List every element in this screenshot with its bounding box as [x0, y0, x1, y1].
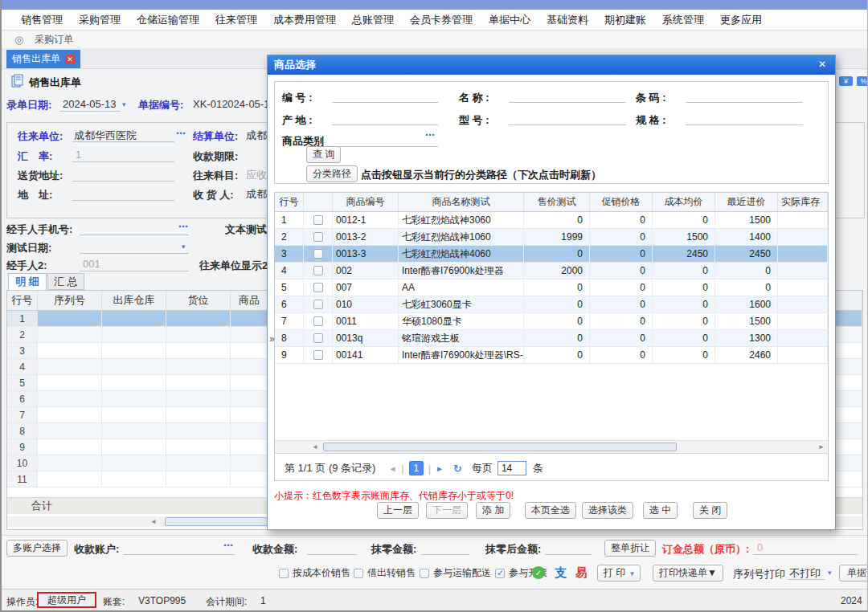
menu-item[interactable]: 更多应用: [712, 13, 770, 27]
scroll-right-icon[interactable]: ►: [818, 443, 825, 451]
handler-phone-lookup-icon[interactable]: ⋯: [178, 221, 189, 232]
level-down-button[interactable]: 下一层: [426, 502, 468, 519]
option-checkbox[interactable]: 按成本价销售: [279, 566, 350, 580]
product-row[interactable]: 1 0012-1 七彩虹烈焰战神3060 0 0 0 1500: [275, 212, 828, 229]
row-checkbox[interactable]: [313, 249, 323, 259]
option-checkbox[interactable]: 参与运输配送: [420, 566, 491, 580]
yi-pay-icon[interactable]: 易: [575, 565, 588, 581]
deposit-input[interactable]: [753, 541, 858, 555]
per-page-input[interactable]: 14: [497, 461, 526, 475]
coupon-yen-icon[interactable]: ¥: [839, 76, 853, 86]
model-input[interactable]: [509, 112, 626, 125]
select-button[interactable]: 选 中: [643, 502, 678, 519]
expander-icon[interactable]: »: [269, 333, 275, 345]
account-input[interactable]: [124, 541, 235, 555]
menu-item[interactable]: 会员卡券管理: [402, 13, 481, 27]
checkbox-icon[interactable]: [279, 569, 289, 578]
select-all-page-button[interactable]: 本页全选: [525, 502, 576, 519]
category-lookup-icon[interactable]: ⋯: [425, 129, 436, 141]
add-button[interactable]: 添 加: [476, 502, 510, 519]
row-checkbox[interactable]: [313, 215, 323, 225]
doc-adjust-button[interactable]: 单据调: [839, 565, 868, 581]
current-page[interactable]: 1: [409, 461, 424, 475]
doc-no-value[interactable]: XK-012024-05-13: [193, 98, 276, 110]
origin-input[interactable]: [332, 112, 438, 125]
row-checkbox[interactable]: [313, 266, 323, 275]
product-row[interactable]: 3 0013-3 七彩虹烈焰战神4060 0 0 2450 2450: [275, 246, 828, 263]
checkbox-icon[interactable]: [495, 569, 505, 578]
multi-account-button[interactable]: 多账户选择: [6, 540, 68, 557]
menu-item[interactable]: 单据中心: [481, 13, 538, 27]
product-row[interactable]: 9 00141 Inter酷睿I76900k处理器\RS- 0 0 0 2460: [275, 347, 828, 364]
scroll-left-icon[interactable]: ◄: [150, 518, 157, 525]
product-row[interactable]: 8 0013q 铭瑄游戏主板 0 0 0 1300: [275, 330, 828, 347]
select-class-button[interactable]: 选择该类: [582, 502, 633, 519]
category-input[interactable]: [332, 133, 438, 147]
dialog-close-icon[interactable]: ✕: [816, 59, 829, 70]
product-row[interactable]: 4 002 Inter酷睿I76900k处理器 2000 0 0 0: [275, 263, 828, 279]
whole-discount-button[interactable]: 整单折让: [604, 540, 656, 557]
product-row[interactable]: 2 0013-2 七彩虹烈焰战神1060 1999 0 1500 1400: [275, 229, 828, 246]
rate-value[interactable]: 1: [76, 149, 81, 161]
menu-item[interactable]: 仓储运输管理: [129, 13, 207, 27]
menu-item[interactable]: 成本费用管理: [265, 13, 344, 27]
row-checkbox[interactable]: [313, 333, 323, 343]
menu-item[interactable]: 销售管理: [13, 13, 71, 27]
after-round-input[interactable]: [545, 541, 592, 555]
level-up-button[interactable]: 上一层: [377, 502, 419, 519]
partner-lookup-icon[interactable]: ⋯: [176, 128, 186, 139]
receiver-value[interactable]: 成都: [246, 187, 267, 202]
wechat-pay-icon[interactable]: ✓: [532, 566, 545, 579]
round-input[interactable]: [421, 541, 469, 555]
scroll-left-icon[interactable]: ◄: [312, 443, 318, 451]
subject-value[interactable]: 应收: [246, 168, 267, 182]
name-input[interactable]: [509, 89, 626, 103]
prev-page-icon[interactable]: ◄: [388, 464, 396, 473]
amount-input[interactable]: [307, 541, 357, 555]
product-row[interactable]: 7 0011 华硕1080显卡 0 0 0 1500: [275, 313, 828, 330]
product-row[interactable]: 5 007 AA 0 0 0 0: [275, 279, 828, 296]
row-checkbox[interactable]: [313, 316, 323, 326]
menu-item[interactable]: 期初建账: [596, 13, 654, 27]
print-button[interactable]: 打 印 ▾: [597, 565, 641, 581]
serial-print-dropdown-icon[interactable]: ▾: [828, 569, 832, 577]
product-row[interactable]: 6 010 七彩虹3060显卡 0 0 0 1600: [275, 296, 828, 313]
tab-close-icon[interactable]: ✕: [65, 55, 75, 64]
menu-item[interactable]: 采购管理: [71, 13, 129, 27]
tab-sales-outbound[interactable]: 销售出库单 ✕: [6, 50, 80, 68]
settle-value[interactable]: 成都: [246, 129, 267, 143]
next-page-icon[interactable]: ►: [436, 464, 444, 473]
row-checkbox[interactable]: [313, 350, 323, 360]
record-date-dropdown-icon[interactable]: ▾: [122, 100, 126, 108]
menu-item[interactable]: 往来管理: [207, 13, 265, 27]
test-date-dropdown-icon[interactable]: ▾: [182, 243, 186, 251]
option-checkbox[interactable]: 借出转销售: [354, 566, 416, 580]
partner-value[interactable]: 成都华西医院: [74, 129, 137, 143]
print-express-button[interactable]: 打印快递单▼: [653, 565, 723, 581]
menu-item[interactable]: 系统管理: [654, 13, 712, 27]
row-checkbox[interactable]: [313, 300, 323, 309]
query-button[interactable]: 查 询: [306, 146, 341, 163]
code-input[interactable]: [332, 89, 438, 103]
scroll-thumb[interactable]: [323, 443, 677, 451]
close-button[interactable]: 关 闭: [693, 502, 727, 519]
account-lookup-icon[interactable]: ⋯: [223, 540, 234, 551]
coupon-percent-icon[interactable]: %: [857, 76, 868, 86]
row-checkbox[interactable]: [313, 283, 323, 292]
checkbox-icon[interactable]: [420, 569, 429, 578]
barcode-input[interactable]: [686, 89, 803, 103]
category-path-button[interactable]: 分类路径: [306, 165, 358, 182]
checkbox-icon[interactable]: [354, 569, 363, 578]
menu-item[interactable]: 基础资料: [538, 13, 596, 27]
tab-summary[interactable]: 汇 总: [47, 273, 84, 290]
row-checkbox[interactable]: [313, 232, 323, 242]
tab-detail[interactable]: 明 细: [8, 273, 47, 290]
handler2-value[interactable]: 001: [83, 258, 100, 270]
spec-input[interactable]: [686, 112, 803, 125]
product-table-hscrollbar[interactable]: ◄ ►: [275, 440, 828, 453]
alipay-icon[interactable]: 支: [555, 565, 567, 581]
dialog-title-bar[interactable]: 商品选择 ✕: [268, 55, 835, 75]
shortcut-purchase-order[interactable]: 采购订单: [35, 33, 73, 47]
refresh-icon[interactable]: ↻: [453, 463, 462, 475]
menu-item[interactable]: 总账管理: [344, 13, 402, 27]
